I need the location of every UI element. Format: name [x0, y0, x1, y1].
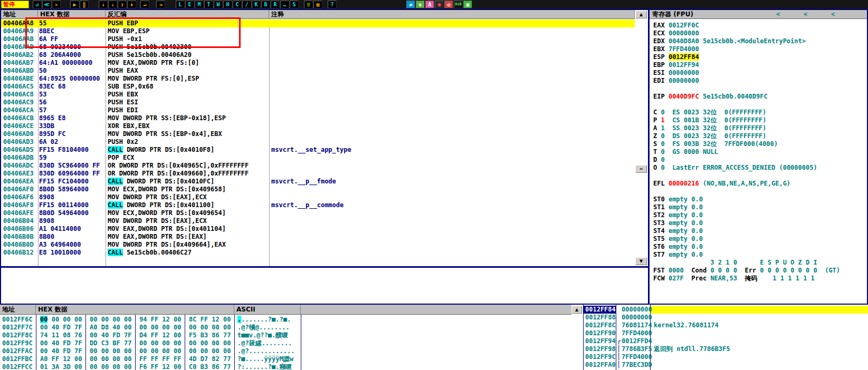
- register-line[interactable]: ESP 0012FF84: [653, 53, 699, 61]
- disasm-row[interactable]: 00406AF68908MOV DWORD PTR DS:[EAX],ECX: [1, 193, 635, 201]
- register-line[interactable]: FST 0000 Cond 0 0 0 0 Err 0 0 0 0 0 0 0 …: [653, 267, 840, 275]
- register-line[interactable]: 3 2 1 0 E S P U O Z D I: [653, 259, 817, 267]
- register-line[interactable]: C 0 ES 0023 32位 0(FFFFFFFF): [653, 109, 766, 116]
- stack-row[interactable]: 0012FF9C│7FFD4000: [583, 353, 868, 361]
- stack-row[interactable]: 0012FF8400000000: [583, 306, 868, 314]
- memory-window-icon[interactable]: M: [195, 1, 204, 8]
- help-icon[interactable]: ?: [328, 1, 337, 8]
- close-icon[interactable]: ✕: [52, 1, 61, 8]
- animate-into-icon[interactable]: ↧: [118, 1, 127, 8]
- spiral-icon[interactable]: ◎: [444, 1, 453, 8]
- log-list-icon[interactable]: ≡: [304, 1, 313, 8]
- disasm-row[interactable]: 00406AD36A 02PUSH 0x2: [1, 138, 635, 146]
- stack-row[interactable]: 0012FF8C76081174kernel32.76081174: [583, 322, 868, 329]
- register-line[interactable]: A 1 SS 0023 32位 0(FFFFFFFF): [653, 124, 766, 132]
- animate-over-icon[interactable]: ⇟: [127, 1, 136, 8]
- disasm-row[interactable]: 00406AAB6A FFPUSH -0x1: [1, 35, 635, 43]
- disasm-row[interactable]: 00406ACE33DBXOR EBX,EBX: [1, 122, 635, 130]
- stack-row[interactable]: 0012FF907FFD4000: [583, 329, 868, 337]
- scroll-thumb[interactable]: ≡: [635, 165, 647, 173]
- assembler-icon[interactable]: A: [425, 1, 434, 8]
- exec-till-return-icon[interactable]: ↵: [140, 1, 149, 8]
- restart-icon[interactable]: ↺: [33, 1, 42, 8]
- disasm-row[interactable]: 00406AF8FF15 00114000CALL DWORD PTR DS:[…: [1, 201, 635, 209]
- register-line[interactable]: EBP 0012FF94: [653, 61, 699, 69]
- back-icon[interactable]: ≪: [42, 1, 51, 8]
- step-into-icon[interactable]: ↓: [99, 1, 108, 8]
- register-line[interactable]: ECX 00000000: [653, 30, 699, 37]
- register-line[interactable]: O 0 LastErr ERROR_ACCESS_DENIED (0000000…: [653, 164, 817, 172]
- register-line[interactable]: ST5 empty 0.0: [653, 235, 703, 243]
- stack-row[interactable]: 0012FF98│7786B3F5返回到 ntdll.7786B3F5: [583, 345, 868, 353]
- memory-dump-pane[interactable]: 地址 HEX 数据 ASCII 0012FF6C00 00 00 0000 00…: [0, 305, 571, 370]
- dump-row[interactable]: 0012FF7C00 40 FD 7FA0 D8 40 0000 00 00 0…: [0, 324, 571, 332]
- collapse-arrow-icon[interactable]: <: [776, 11, 780, 18]
- dump-row[interactable]: 0012FFCC01 3A 3D 0000 00 00 00F6 FF 12 0…: [0, 363, 571, 370]
- disasm-row[interactable]: 00406B048908MOV DWORD PTR DS:[EAX],ECX: [1, 217, 635, 225]
- disasm-row[interactable]: 00406AFE8B0D 54964000MOV ECX,DWORD PTR D…: [1, 209, 635, 217]
- dump-row[interactable]: 0012FF9C00 40 FD 7FDD C3 BF 7700 00 00 0…: [0, 339, 571, 347]
- register-line[interactable]: ST7 empty 0.0: [653, 251, 703, 259]
- handles-window-icon[interactable]: H: [223, 1, 232, 8]
- register-line[interactable]: S 0 FS 003B 32位 7FFDF000(4000): [653, 140, 778, 148]
- registers-pane[interactable]: 寄存器 (FPU) < < < EAX 0012FF0CECX 00000000…: [650, 10, 867, 304]
- disasm-row[interactable]: 00406B12E8 10010000CALL 5e15cb0b.00406C2…: [1, 249, 635, 257]
- disasm-row[interactable]: 00406ACA57PUSH EDI: [1, 106, 635, 114]
- register-line[interactable]: EFL 00000216 (NO,NB,NE,A,NS,PE,GE,G): [653, 180, 790, 188]
- disasm-row[interactable]: 00406AAD68 00234000PUSH 5e15cb0b.0040230…: [1, 43, 635, 51]
- scroll-up-icon[interactable]: ▲: [635, 11, 647, 18]
- pause-icon[interactable]: ‖: [80, 1, 89, 8]
- log-window-icon[interactable]: L: [176, 1, 185, 8]
- disasm-row[interactable]: 00406AC583EC 68SUB ESP,0x68: [1, 83, 635, 91]
- disasm-row[interactable]: 00406AB268 206A4000PUSH 5e15cb0b.00406A2…: [1, 51, 635, 59]
- memory-grid-icon[interactable]: ▦: [313, 1, 322, 8]
- register-line[interactable]: ST1 empty 0.0: [653, 203, 703, 211]
- dump-row[interactable]: 0012FF6C00 00 00 0000 00 00 0094 FF 12 0…: [0, 316, 571, 324]
- stack-pane[interactable]: 0012FF84000000000012FF88000000000012FF8C…: [583, 305, 868, 370]
- register-line[interactable]: P 1 CS 001B 32位 0(FFFFFFFF): [653, 116, 766, 124]
- register-line[interactable]: ST4 empty 0.0: [653, 227, 703, 235]
- disasm-row[interactable]: 00406AA98BECMOV EBP,ESP: [1, 27, 635, 35]
- stack-row[interactable]: 0012FF94┌0012FFD4: [583, 337, 868, 345]
- register-line[interactable]: EDX 0040D8A0 5e15cb0b.<ModuleEntryPoint>: [653, 37, 806, 45]
- run-trace-window-icon[interactable]: …: [280, 1, 289, 8]
- sort-updown-icon[interactable]: ⇅: [416, 1, 425, 8]
- register-line[interactable]: EAX 0012FF0C: [653, 22, 699, 30]
- collapse-arrow-icon[interactable]: <: [831, 11, 835, 18]
- disasm-row[interactable]: 00406AC853PUSH EBX: [1, 91, 635, 99]
- disasm-row[interactable]: 00406AEAFF15 FC104000CALL DWORD PTR DS:[…: [1, 178, 635, 186]
- call-stack-window-icon[interactable]: K: [252, 1, 261, 8]
- patches-window-icon[interactable]: /: [242, 1, 251, 8]
- disasm-row[interactable]: 00406AC956PUSH ESI: [1, 99, 635, 106]
- register-line[interactable]: ST0 empty 0.0: [653, 196, 703, 203]
- register-line[interactable]: T 0 GS 0000 NULL: [653, 148, 718, 156]
- disasm-row[interactable]: 00406ACB8965 E8MOV DWORD PTR SS:[EBP-0x1…: [1, 114, 635, 122]
- go-to-icon[interactable]: ⇥: [156, 1, 165, 8]
- disasm-row[interactable]: 00406AA855PUSH EBP: [1, 20, 635, 27]
- breakpoints-window-icon[interactable]: B: [261, 1, 270, 8]
- disasm-row[interactable]: 00406AE3830D 60964000 FFOR DWORD PTR DS:…: [1, 170, 635, 178]
- step-over-icon[interactable]: ⇓: [108, 1, 117, 8]
- run-icon[interactable]: ▶: [70, 1, 79, 8]
- disasm-row[interactable]: 00406AD0895D FCMOV DWORD PTR SS:[EBP-0x4…: [1, 130, 635, 138]
- stack-row[interactable]: 0012FFA0│77BEC3DD: [583, 361, 868, 369]
- dump-row[interactable]: 0012FFBCA0 FF 12 0000 00 00 00FF FF FF F…: [0, 355, 571, 363]
- disasm-row[interactable]: 00406B06A1 04114000MOV EAX,DWORD PTR DS:…: [1, 225, 635, 233]
- disasm-row[interactable]: 00406ADB59POP ECX: [1, 154, 635, 162]
- dump-row[interactable]: 0012FFAC00 40 FD 7F00 00 00 0000 00 00 0…: [0, 347, 571, 355]
- register-line[interactable]: ST3 empty 0.0: [653, 219, 703, 227]
- disasm-row[interactable]: 00406ABE64:8925 00000000MOV DWORD PTR FS…: [1, 75, 635, 83]
- disasm-row[interactable]: 00406AF08B0D 58964000MOV ECX,DWORD PTR D…: [1, 186, 635, 193]
- register-line[interactable]: ESI 00000000: [653, 69, 699, 77]
- register-line[interactable]: EBX 7FFD4000: [653, 45, 699, 53]
- registers-title[interactable]: 寄存器 (FPU): [652, 10, 693, 19]
- disasm-row[interactable]: 00406B0B8B00MOV EAX,DWORD PTR DS:[EAX]: [1, 233, 635, 241]
- register-line[interactable]: ST2 empty 0.0: [653, 211, 703, 219]
- register-line[interactable]: FCW 027F Prec NEAR,53 掩码 1 1 1 1 1 1: [653, 275, 815, 283]
- register-line[interactable]: EDI 00000000: [653, 77, 699, 85]
- threads-window-icon[interactable]: T: [204, 1, 213, 8]
- disasm-row[interactable]: 00406ABD50PUSH EAX: [1, 67, 635, 75]
- cpu-window-icon[interactable]: C: [233, 1, 242, 8]
- register-line[interactable]: D 0: [653, 156, 665, 164]
- source-window-icon[interactable]: S: [290, 1, 299, 8]
